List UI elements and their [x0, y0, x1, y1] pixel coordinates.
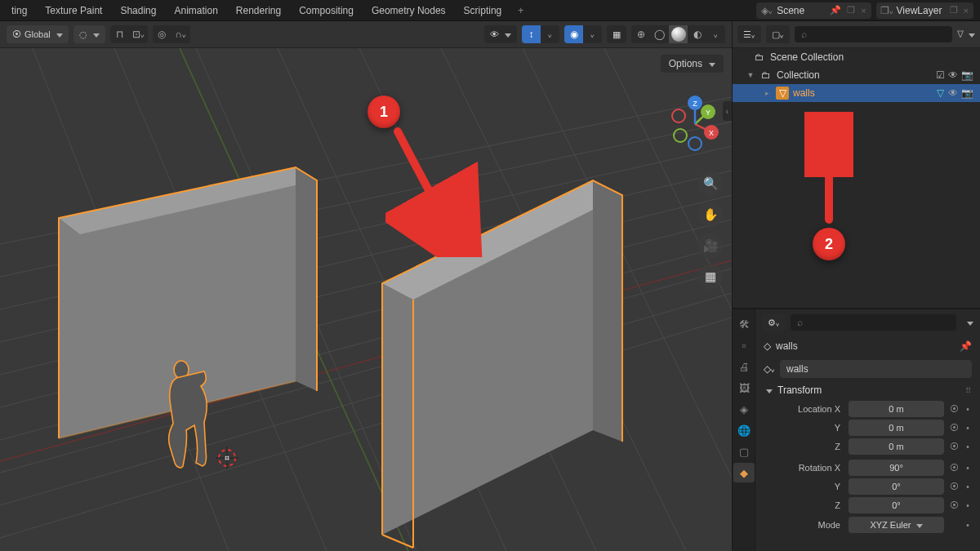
lock-icon[interactable]: ⦿: [947, 463, 960, 473]
xray-toggle[interactable]: ▦: [607, 25, 626, 43]
orientation-dropdown[interactable]: ⦿Global: [7, 25, 69, 43]
transform-section-header[interactable]: Transform⠿: [764, 384, 972, 396]
viewport-toolbar: ⦿Global ◌ ⊓ ⊡ᵥ ◎ ∩ᵥ 👁 ↕ ᵥ ◉ ᵥ ▦ ⊕: [0, 21, 732, 48]
lock-icon[interactable]: ⦿: [947, 500, 960, 510]
tab-scene[interactable]: ◈: [733, 399, 755, 419]
add-workspace-button[interactable]: +: [511, 2, 530, 19]
visibility-dropdown[interactable]: 👁: [484, 25, 517, 43]
object-icon: ◇: [764, 340, 771, 352]
tab-collection[interactable]: ▢: [733, 442, 755, 461]
gizmo-toggle[interactable]: ↕: [522, 25, 541, 43]
lock-icon[interactable]: ⦿: [947, 404, 960, 414]
options-dropdown[interactable]: Options: [661, 55, 724, 73]
camera-icon[interactable]: 📷: [961, 69, 973, 81]
properties-breadcrumb: ◇ walls 📌: [755, 335, 980, 357]
location-z-field[interactable]: 0 m: [849, 438, 944, 455]
pivot-dropdown[interactable]: ◌: [74, 25, 105, 43]
rotation-mode-dropdown[interactable]: XYZ Euler: [849, 517, 944, 533]
snap-toggle[interactable]: ⊓: [110, 25, 129, 43]
location-y-field[interactable]: 0 m: [849, 420, 944, 436]
outliner-search[interactable]: ⌕: [795, 26, 952, 42]
proportional-toggle[interactable]: ◎: [153, 25, 172, 43]
outliner-editor-type[interactable]: ☰ᵥ: [737, 25, 761, 43]
properties-editor-type[interactable]: ⚙ᵥ: [762, 313, 786, 331]
outliner-header: ☰ᵥ ▢ᵥ ⌕ ∇: [733, 21, 980, 48]
rotation-x-field[interactable]: 90°: [849, 460, 944, 476]
tab-render[interactable]: ▫: [733, 335, 755, 355]
pivot-icon: ◌: [79, 29, 87, 40]
3d-viewport[interactable]: Options ‹ X Y Z 🔍 ✋ 🎥 ▦ 1: [0, 48, 732, 551]
svg-marker-22: [296, 167, 317, 391]
menu-item-rendering[interactable]: Rendering: [228, 2, 289, 19]
outliner-display-mode[interactable]: ▢ᵥ: [766, 25, 790, 43]
eye-icon[interactable]: 👁: [948, 69, 958, 81]
viewlayer-icon: ❐ᵥ: [881, 5, 893, 16]
close-icon[interactable]: ×: [861, 6, 866, 16]
tab-viewlayer[interactable]: 🖼: [733, 378, 755, 398]
location-x-field[interactable]: 0 m: [849, 401, 944, 417]
mesh-icon: ▽: [776, 87, 789, 100]
shading-mode-group: ⊕ ◯ ◐ ᵥ: [631, 25, 725, 43]
proportional-edit-group: ◎ ∩ᵥ: [153, 25, 190, 43]
rotation-y-field[interactable]: 0°: [849, 478, 944, 495]
menu-item-scripting[interactable]: Scripting: [456, 2, 510, 19]
lock-icon[interactable]: ⦿: [947, 442, 960, 451]
tab-output[interactable]: 🖨: [733, 357, 755, 376]
shading-wireframe[interactable]: ⊕: [631, 25, 650, 43]
annotation-2-arrow: [804, 112, 853, 226]
properties-options[interactable]: [964, 317, 973, 328]
proportional-falloff[interactable]: ∩ᵥ: [172, 25, 190, 43]
menu-item-animation[interactable]: Animation: [166, 2, 225, 19]
shading-rendered[interactable]: ◐: [688, 25, 706, 43]
tab-world[interactable]: 🌐: [733, 420, 755, 440]
camera-gizmo[interactable]: 🎥: [697, 233, 724, 259]
copy-icon[interactable]: ❐: [950, 5, 958, 16]
overlay-menu[interactable]: ᵥ: [583, 25, 602, 43]
lock-icon[interactable]: ⦿: [947, 482, 960, 491]
overlay-toggle[interactable]: ◉: [564, 25, 583, 43]
eye-icon[interactable]: 👁: [948, 87, 958, 99]
shading-solid[interactable]: ◯: [650, 25, 669, 43]
properties-search-bar: ⚙ᵥ ⌕: [755, 309, 980, 335]
object-name-field[interactable]: walls: [780, 360, 972, 378]
snap-menu[interactable]: ⊡ᵥ: [129, 25, 148, 43]
outliner-tree[interactable]: 🗀 Scene Collection ▼🗀 Collection ☑👁📷 ▸▽ …: [733, 48, 980, 308]
svg-text:Z: Z: [693, 100, 697, 108]
menu-item-texture-paint[interactable]: Texture Paint: [37, 2, 110, 19]
pan-gizmo[interactable]: ✋: [697, 202, 724, 228]
navigation-gizmo[interactable]: X Y Z: [664, 93, 725, 154]
menu-item-geometry-nodes[interactable]: Geometry Nodes: [363, 2, 454, 19]
zoom-gizmo[interactable]: 🔍: [697, 171, 724, 197]
gizmo-menu[interactable]: ᵥ: [541, 25, 559, 43]
properties-search[interactable]: ⌕: [791, 314, 956, 331]
perspective-gizmo[interactable]: ▦: [697, 264, 724, 290]
tab-object[interactable]: ◆: [733, 463, 755, 482]
svg-marker-25: [593, 180, 622, 442]
pin-icon[interactable]: 📌: [960, 340, 972, 352]
pin-icon[interactable]: 📌: [830, 5, 841, 16]
outliner-filter[interactable]: ∇: [957, 29, 975, 40]
outliner-item-walls[interactable]: ▸▽ walls ▽ 👁📷: [733, 84, 980, 102]
camera-icon[interactable]: 📷: [961, 87, 973, 99]
copy-icon[interactable]: ❐: [847, 5, 855, 16]
scene-icon: ◈ᵥ: [761, 5, 773, 16]
collection-icon: 🗀: [753, 51, 766, 64]
overlay-group: ◉ ᵥ: [564, 25, 602, 43]
shading-menu[interactable]: ᵥ: [706, 25, 725, 43]
shading-material[interactable]: [669, 25, 688, 43]
checkbox-icon[interactable]: ☑: [936, 69, 945, 81]
svg-point-40: [672, 109, 685, 122]
scene-selector[interactable]: ◈ᵥ Scene 📌 ❐ ×: [756, 2, 871, 19]
annotation-1-badge: 1: [368, 96, 400, 128]
svg-point-41: [674, 129, 687, 142]
menu-item-shading[interactable]: Shading: [112, 2, 164, 19]
rotation-z-field[interactable]: 0°: [849, 497, 944, 513]
viewlayer-selector[interactable]: ❐ᵥ ViewLayer ❐ ×: [876, 2, 973, 19]
lock-icon[interactable]: ⦿: [947, 423, 960, 433]
close-icon[interactable]: ×: [964, 6, 969, 16]
tab-tool[interactable]: 🛠: [733, 314, 755, 334]
menu-item-compositing[interactable]: Compositing: [291, 2, 362, 19]
outliner-scene-collection[interactable]: 🗀 Scene Collection: [733, 48, 980, 66]
outliner-collection[interactable]: ▼🗀 Collection ☑👁📷: [733, 66, 980, 84]
menu-item[interactable]: ting: [3, 2, 35, 19]
